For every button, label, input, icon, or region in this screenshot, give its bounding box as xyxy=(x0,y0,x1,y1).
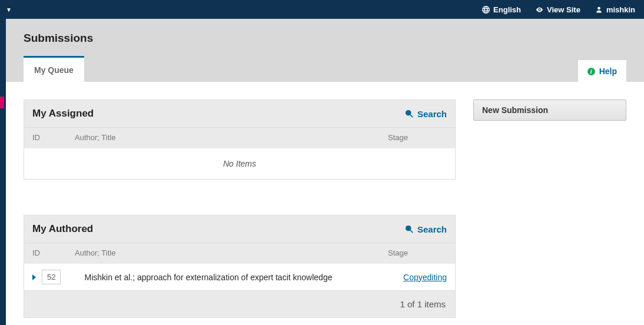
help-label: Help xyxy=(599,67,617,76)
col-stage-header: Stage xyxy=(388,133,447,142)
info-icon: i xyxy=(587,68,595,75)
expand-caret-icon[interactable] xyxy=(32,274,36,280)
collapsed-sidebar xyxy=(0,19,6,325)
globe-icon xyxy=(482,6,490,14)
svg-line-1 xyxy=(410,115,413,117)
col-id-header: ID xyxy=(32,133,75,142)
my-authored-panel: My Authored Search ID Author; Title Stag… xyxy=(24,215,456,318)
user-menu[interactable]: mishkin xyxy=(595,5,635,14)
svg-point-0 xyxy=(406,111,411,115)
topbar: ▼ English View Site mishkin xyxy=(0,0,644,19)
eye-icon xyxy=(536,6,543,14)
help-button[interactable]: i Help xyxy=(578,60,626,82)
svg-point-2 xyxy=(406,226,411,231)
submission-title: Mishkin et al.; approach for externaliza… xyxy=(84,273,403,282)
search-label: Search xyxy=(417,109,447,119)
sidebar-active-marker xyxy=(0,97,4,108)
authored-title: My Authored xyxy=(32,223,93,235)
authored-columns: ID Author; Title Stage xyxy=(24,243,455,264)
col-id-header: ID xyxy=(32,248,75,257)
language-label: English xyxy=(493,5,521,14)
assigned-search-button[interactable]: Search xyxy=(405,109,447,119)
username-label: mishkin xyxy=(606,5,635,14)
view-site-link[interactable]: View Site xyxy=(536,5,580,14)
authored-footer: 1 of 1 items xyxy=(24,290,455,317)
authored-search-button[interactable]: Search xyxy=(405,224,447,234)
assigned-title: My Assigned xyxy=(32,108,94,120)
site-dropdown-caret-icon[interactable]: ▼ xyxy=(6,6,12,13)
new-submission-button[interactable]: New Submission xyxy=(473,100,626,121)
col-author-header: Author; Title xyxy=(75,248,388,257)
tabs: My Queue xyxy=(24,55,84,82)
col-stage-header: Stage xyxy=(388,248,447,257)
search-icon xyxy=(405,110,413,118)
page-title: Submissions xyxy=(24,32,626,45)
assigned-columns: ID Author; Title Stage xyxy=(24,127,455,148)
table-row[interactable]: 52 Mishkin et al.; approach for external… xyxy=(24,264,455,290)
stage-link[interactable]: Copyediting xyxy=(403,273,447,282)
submission-id-badge: 52 xyxy=(42,270,61,284)
tab-my-queue[interactable]: My Queue xyxy=(24,56,84,82)
search-label: Search xyxy=(417,224,447,234)
view-site-label: View Site xyxy=(547,5,580,14)
col-author-header: Author; Title xyxy=(75,133,388,142)
my-assigned-panel: My Assigned Search ID Author; Title Stag… xyxy=(24,100,456,180)
language-selector[interactable]: English xyxy=(482,5,521,14)
user-icon xyxy=(595,6,603,14)
assigned-empty-message: No Items xyxy=(24,148,455,179)
search-icon xyxy=(405,225,413,233)
svg-line-3 xyxy=(410,230,413,233)
